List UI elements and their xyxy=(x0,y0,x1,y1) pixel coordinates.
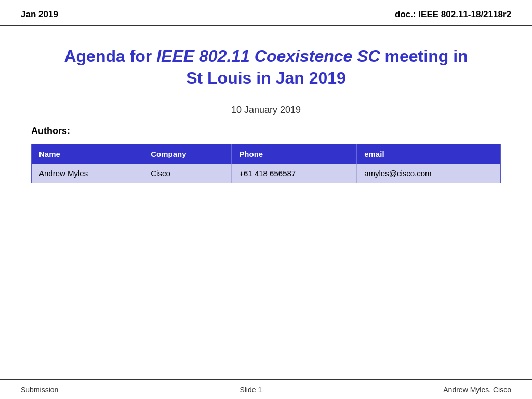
slide: Jan 2019 doc.: IEEE 802.11-18/2118r2 Age… xyxy=(0,0,532,399)
footer-author: Andrew Myles, Cisco xyxy=(443,385,511,394)
title-line2: St Louis in Jan 2019 xyxy=(186,69,346,87)
authors-label: Authors: xyxy=(31,126,501,137)
date-section: 10 January 2019 xyxy=(31,104,501,115)
table-row: Andrew Myles Cisco +61 418 656587 amyles… xyxy=(32,164,501,183)
slide-content: Agenda for IEEE 802.11 Coexistence SC me… xyxy=(0,26,532,183)
col-header-name: Name xyxy=(32,144,143,164)
title-line1: Agenda for IEEE 802.11 Coexistence SC me… xyxy=(64,47,468,65)
title-suffix: meeting in xyxy=(380,47,468,65)
cell-company: Cisco xyxy=(143,164,232,183)
table-header-row: Name Company Phone email xyxy=(32,144,501,164)
cell-phone: +61 418 656587 xyxy=(232,164,357,183)
col-header-phone: Phone xyxy=(232,144,357,164)
slide-header: Jan 2019 doc.: IEEE 802.11-18/2118r2 xyxy=(0,0,532,26)
slide-footer: Submission Slide 1 Andrew Myles, Cisco xyxy=(0,379,532,399)
presentation-date: 10 January 2019 xyxy=(231,104,301,115)
title-prefix: Agenda for xyxy=(64,47,156,65)
header-date: Jan 2019 xyxy=(21,9,58,20)
cell-email: amyles@cisco.com xyxy=(357,164,501,183)
col-header-email: email xyxy=(357,144,501,164)
title-section: Agenda for IEEE 802.11 Coexistence SC me… xyxy=(31,46,501,89)
authors-table: Name Company Phone email Andrew Myles Ci… xyxy=(31,144,501,183)
footer-slide-number: Slide 1 xyxy=(240,385,262,394)
col-header-company: Company xyxy=(143,144,232,164)
header-doc-id: doc.: IEEE 802.11-18/2118r2 xyxy=(395,9,511,20)
slide-title: Agenda for IEEE 802.11 Coexistence SC me… xyxy=(31,46,501,89)
cell-name: Andrew Myles xyxy=(32,164,143,183)
title-italic: IEEE 802.11 Coexistence SC xyxy=(156,47,380,65)
footer-submission: Submission xyxy=(21,385,58,394)
